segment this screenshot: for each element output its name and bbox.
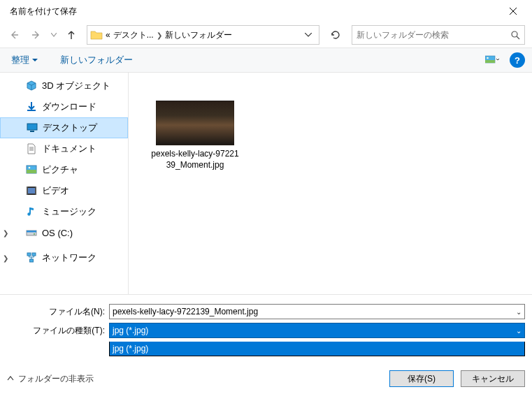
- filetype-option[interactable]: jpg (*.jpg): [110, 342, 524, 356]
- svg-rect-18: [32, 253, 36, 256]
- sidebar-item-label: OS (C:): [42, 228, 73, 238]
- fields-area: ファイル名(N): pexels-kelly-lacy-9722139_Mome…: [0, 294, 532, 363]
- video-icon: [25, 184, 38, 197]
- chevron-icon[interactable]: ❯: [155, 31, 164, 39]
- organize-menu[interactable]: 整理: [7, 51, 42, 69]
- sidebar-item-label: ミュージック: [42, 205, 96, 218]
- download-icon: [25, 101, 38, 113]
- search-icon[interactable]: [510, 30, 520, 40]
- network-icon: [25, 252, 38, 264]
- sidebar-item-label: ピクチャ: [42, 163, 78, 176]
- sidebar-item-cube-3d[interactable]: 3D オブジェクト: [0, 75, 128, 96]
- save-button[interactable]: 保存(S): [389, 370, 454, 387]
- svg-rect-15: [27, 231, 36, 233]
- cancel-button[interactable]: キャンセル: [461, 370, 525, 387]
- svg-point-0: [512, 31, 517, 37]
- nav-row: « デスクト... ❯ 新しいフォルダー: [0, 22, 532, 48]
- svg-point-8: [29, 167, 31, 169]
- file-item[interactable]: pexels-kelly-lacy-9722139_Moment.jpg: [150, 101, 240, 170]
- filetype-dropdown-list: jpg (*.jpg): [109, 342, 525, 356]
- sidebar-item-label: デスクトップ: [43, 122, 97, 134]
- expand-icon[interactable]: ❯: [3, 254, 8, 262]
- svg-rect-5: [30, 131, 34, 132]
- address-dropdown[interactable]: [299, 26, 317, 44]
- svg-point-16: [34, 233, 35, 235]
- sidebar-item-network[interactable]: ❯ネットワーク: [0, 247, 128, 268]
- drive-icon: [25, 226, 38, 239]
- chevron-down-icon[interactable]: ⌄: [516, 327, 522, 335]
- sidebar-item-label: 3D オブジェクト: [42, 80, 110, 92]
- sidebar-item-label: ダウンロード: [42, 101, 96, 113]
- toolbar: 整理 新しいフォルダー ?: [0, 48, 532, 73]
- forward-button[interactable]: [27, 25, 46, 45]
- svg-point-3: [487, 57, 489, 59]
- svg-point-13: [27, 212, 30, 215]
- svg-rect-11: [27, 187, 28, 195]
- thumbnail-image: [156, 101, 234, 145]
- close-button[interactable]: [497, 0, 529, 22]
- document-icon: [25, 143, 38, 155]
- recent-dropdown[interactable]: [49, 25, 59, 45]
- svg-rect-2: [485, 60, 495, 63]
- sidebar-item-download[interactable]: ダウンロード: [0, 96, 128, 117]
- sidebar-item-drive[interactable]: ❯OS (C:): [0, 222, 128, 243]
- refresh-button[interactable]: [325, 25, 346, 45]
- svg-rect-17: [27, 253, 31, 256]
- sidebar-item-video[interactable]: ビデオ: [0, 180, 128, 201]
- help-button[interactable]: ?: [510, 52, 525, 68]
- search-input[interactable]: [357, 30, 510, 40]
- sidebar-item-label: ドキュメント: [42, 143, 96, 155]
- breadcrumb-part-2[interactable]: 新しいフォルダー: [164, 29, 233, 41]
- search-box[interactable]: [352, 25, 525, 45]
- chevron-down-icon[interactable]: ⌄: [516, 308, 522, 316]
- main-area: 3D オブジェクトダウンロードデスクトップドキュメントピクチャビデオミュージック…: [0, 73, 532, 294]
- filename-label: ファイル名(N):: [7, 306, 105, 318]
- chevron-up-icon: [7, 375, 14, 382]
- breadcrumb-prefix: «: [104, 30, 112, 40]
- hide-folders-toggle[interactable]: フォルダーの非表示: [7, 373, 94, 385]
- sidebar-item-desktop[interactable]: デスクトップ: [0, 117, 128, 138]
- titlebar: 名前を付けて保存: [0, 0, 532, 22]
- sidebar: 3D オブジェクトダウンロードデスクトップドキュメントピクチャビデオミュージック…: [0, 73, 129, 294]
- file-name-label: pexels-kelly-lacy-9722139_Moment.jpg: [150, 148, 240, 170]
- cube-3d-icon: [25, 80, 38, 92]
- filetype-combobox[interactable]: jpg (*.jpg) ⌄: [109, 323, 525, 338]
- window-title: 名前を付けて保存: [3, 6, 77, 17]
- footer: フォルダーの非表示 保存(S) キャンセル: [0, 363, 532, 394]
- file-list[interactable]: pexels-kelly-lacy-9722139_Moment.jpg: [129, 73, 532, 294]
- music-icon: [25, 205, 38, 218]
- view-options-button[interactable]: [482, 52, 503, 68]
- address-bar[interactable]: « デスクト... ❯ 新しいフォルダー: [87, 25, 319, 45]
- desktop-icon: [26, 122, 38, 134]
- sidebar-item-label: ネットワーク: [42, 252, 96, 264]
- breadcrumb-part-1[interactable]: デスクト...: [112, 29, 155, 41]
- sidebar-item-music[interactable]: ミュージック: [0, 201, 128, 222]
- folder-icon: [89, 27, 104, 43]
- svg-rect-4: [27, 124, 37, 130]
- filetype-label: ファイルの種類(T):: [7, 325, 105, 337]
- filename-input[interactable]: pexels-kelly-lacy-9722139_Moment.jpg ⌄: [109, 304, 525, 319]
- sidebar-item-document[interactable]: ドキュメント: [0, 138, 128, 159]
- svg-rect-12: [35, 187, 36, 195]
- pictures-icon: [25, 163, 38, 176]
- expand-icon[interactable]: ❯: [3, 229, 8, 237]
- sidebar-item-label: ビデオ: [42, 184, 69, 197]
- svg-rect-19: [30, 259, 34, 262]
- up-button[interactable]: [62, 25, 81, 45]
- svg-rect-7: [27, 170, 36, 173]
- svg-rect-10: [28, 188, 35, 194]
- new-folder-button[interactable]: 新しいフォルダー: [56, 51, 137, 69]
- back-button[interactable]: [4, 25, 24, 45]
- sidebar-item-pictures[interactable]: ピクチャ: [0, 159, 128, 180]
